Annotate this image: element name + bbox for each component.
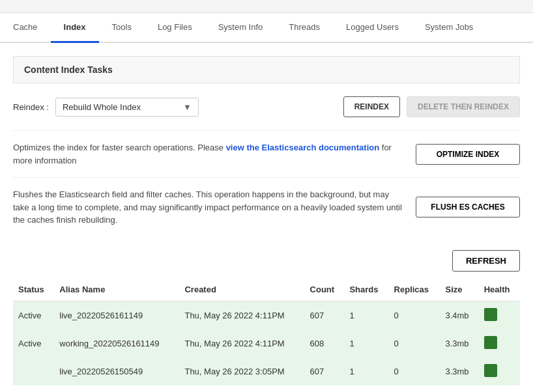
- table-header: StatusAlias NameCreatedCountShardsReplic…: [13, 278, 520, 301]
- cell-replicas: 0: [389, 329, 440, 357]
- cell-health: [479, 329, 520, 357]
- main-content: Content Index Tasks Reindex : Rebuild Wh…: [0, 43, 533, 392]
- cell-alias: live_20220526161149: [54, 301, 179, 329]
- cell-size: 3.3mb: [440, 329, 478, 357]
- cell-size: 3.4mb: [440, 301, 478, 329]
- chevron-down-icon: ▼: [183, 102, 192, 112]
- cell-count: 607: [305, 301, 345, 329]
- cell-created: Thu, May 26 2022 4:11PM: [179, 329, 304, 357]
- tab-threads[interactable]: Threads: [276, 13, 333, 43]
- optimize-row: Optimizes the index for faster search op…: [13, 130, 520, 177]
- delete-reindex-button: DELETE THEN REINDEX: [407, 96, 520, 117]
- table-row: Activeworking_20220526161149Thu, May 26 …: [13, 329, 520, 357]
- tab-index[interactable]: Index: [51, 13, 99, 43]
- cell-replicas: 0: [389, 357, 440, 385]
- index-table: StatusAlias NameCreatedCountShardsReplic…: [13, 278, 520, 385]
- reindex-dropdown-value: Rebuild Whole Index: [63, 102, 141, 112]
- col-header-health: Health: [479, 278, 520, 301]
- health-indicator-icon: [484, 364, 497, 377]
- cell-status: Active: [13, 329, 54, 357]
- col-header-status: Status: [13, 278, 54, 301]
- table-body: Activelive_20220526161149Thu, May 26 202…: [13, 301, 520, 385]
- cell-health: [479, 357, 520, 385]
- cell-alias: live_20220526150549: [54, 357, 179, 385]
- tab-log-files[interactable]: Log Files: [145, 13, 205, 43]
- reindex-row: Reindex : Rebuild Whole Index ▼ REINDEX …: [13, 96, 520, 117]
- health-indicator-icon: [484, 336, 497, 349]
- col-header-alias-name: Alias Name: [54, 278, 179, 301]
- cell-shards: 1: [344, 357, 388, 385]
- refresh-row: REFRESH: [13, 250, 520, 272]
- flush-row: Flushes the Elasticsearch field and filt…: [13, 177, 520, 237]
- table-row: live_20220526150549Thu, May 26 2022 3:05…: [13, 357, 520, 385]
- refresh-button[interactable]: REFRESH: [452, 250, 520, 272]
- cell-status: Active: [13, 301, 54, 329]
- index-table-container: StatusAlias NameCreatedCountShardsReplic…: [13, 278, 520, 385]
- flush-caches-button[interactable]: FLUSH ES CACHES: [416, 197, 520, 217]
- col-header-count: Count: [305, 278, 345, 301]
- tab-system-jobs[interactable]: System Jobs: [412, 13, 486, 43]
- cell-health: [479, 301, 520, 329]
- elasticsearch-doc-link[interactable]: view the Elasticsearch documentation: [226, 143, 380, 152]
- tab-system-info[interactable]: System Info: [205, 13, 276, 43]
- cell-created: Thu, May 26 2022 4:11PM: [179, 301, 304, 329]
- table-row: Activelive_20220526161149Thu, May 26 202…: [13, 301, 520, 329]
- flush-text: Flushes the Elasticsearch field and filt…: [13, 188, 403, 227]
- cell-count: 608: [305, 329, 345, 357]
- cell-shards: 1: [344, 329, 388, 357]
- optimize-text: Optimizes the index for faster search op…: [13, 141, 403, 167]
- cell-size: 3.3mb: [440, 357, 478, 385]
- cell-replicas: 0: [389, 301, 440, 329]
- reindex-btn-group: REINDEX DELETE THEN REINDEX: [343, 96, 520, 117]
- cell-created: Thu, May 26 2022 3:05PM: [179, 357, 304, 385]
- col-header-created: Created: [179, 278, 304, 301]
- cell-count: 607: [305, 357, 345, 385]
- reindex-dropdown[interactable]: Rebuild Whole Index ▼: [55, 98, 199, 117]
- tab-logged-users[interactable]: Logged Users: [333, 13, 412, 43]
- cell-alias: working_20220526161149: [54, 329, 179, 357]
- col-header-shards: Shards: [344, 278, 388, 301]
- optimize-index-button[interactable]: OPTIMIZE INDEX: [416, 144, 520, 165]
- cell-status: [13, 357, 54, 385]
- health-indicator-icon: [484, 308, 497, 321]
- top-bar: [0, 0, 533, 13]
- col-header-size: Size: [440, 278, 478, 301]
- reindex-label: Reindex :: [13, 102, 49, 112]
- tab-cache[interactable]: Cache: [0, 13, 51, 43]
- tab-tools[interactable]: Tools: [99, 13, 145, 43]
- reindex-button[interactable]: REINDEX: [343, 96, 400, 117]
- tab-bar: CacheIndexToolsLog FilesSystem InfoThrea…: [0, 13, 533, 43]
- col-header-replicas: Replicas: [389, 278, 440, 301]
- cell-shards: 1: [344, 301, 388, 329]
- section-title: Content Index Tasks: [13, 56, 520, 83]
